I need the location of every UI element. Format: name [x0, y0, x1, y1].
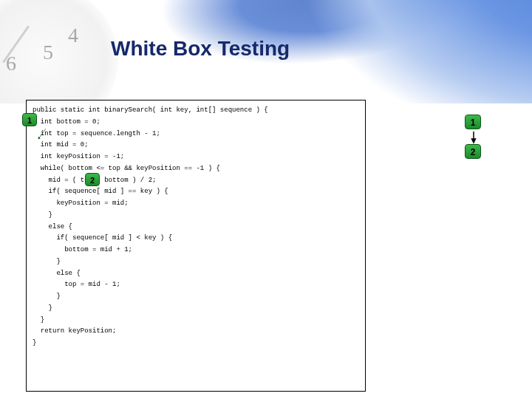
- code-line: }: [33, 210, 359, 222]
- code-line: top = mid - 1;: [33, 279, 359, 291]
- code-line: int keyPosition = -1;: [33, 151, 359, 163]
- code-line: int mid = 0;: [33, 140, 359, 151]
- code-line: int top = sequence.length - 1;: [33, 129, 359, 140]
- code-line: while( bottom <= top && keyPosition == -…: [33, 163, 359, 175]
- slide-title: White Box Testing: [0, 0, 532, 61]
- code-line: else {: [33, 268, 359, 280]
- code-line: }: [33, 256, 359, 268]
- code-line: }: [33, 338, 359, 349]
- code-line: if( sequence[ mid ] == key ) {: [33, 186, 359, 198]
- code-line: }: [33, 315, 359, 327]
- code-line: keyPosition = mid;: [33, 198, 359, 210]
- code-node-2-badge: 2: [85, 173, 100, 186]
- flow-arrow-icon: [470, 131, 477, 144]
- code-line: }: [33, 291, 359, 303]
- flow-node-1: 1: [465, 115, 481, 129]
- code-line: else {: [33, 222, 359, 233]
- code-line: if( sequence[ mid ] < key ) {: [33, 233, 359, 245]
- code-line: public static int binarySearch( int key,…: [33, 105, 359, 117]
- flow-diagram: 1 2: [454, 115, 491, 174]
- code-line: }: [33, 303, 359, 315]
- code-line: int bottom = 0;: [33, 117, 359, 129]
- flow-node-2: 2: [465, 144, 481, 159]
- code-line: return keyPosition;: [33, 326, 359, 338]
- code-line: bottom = mid + 1;: [33, 245, 359, 256]
- svg-line-0: [39, 129, 46, 138]
- code-line: mid = ( top + bottom ) / 2;: [33, 175, 359, 187]
- code-listing: public static int binarySearch( int key,…: [26, 100, 366, 392]
- code-node-1-badge: 1: [22, 113, 37, 126]
